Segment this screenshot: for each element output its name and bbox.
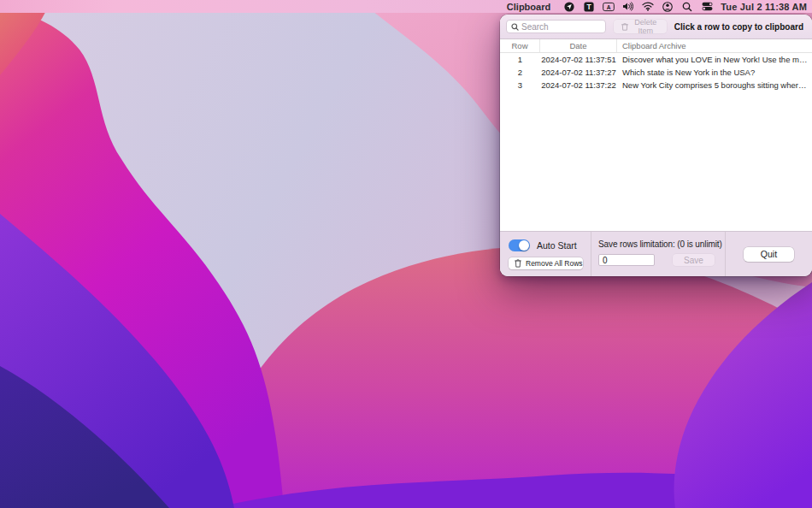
- column-header-row[interactable]: Row: [500, 39, 540, 52]
- row-archive-text: Discover what you LOVE in New York! Use …: [617, 55, 812, 64]
- delete-item-button[interactable]: Delete Item: [614, 20, 666, 33]
- svg-text:A: A: [607, 3, 611, 9]
- remove-all-rows-label: Remove All Rows: [526, 259, 583, 268]
- remove-all-rows-button[interactable]: Remove All Rows: [509, 257, 583, 269]
- menubar-app-title[interactable]: Clipboard: [507, 2, 550, 12]
- row-date: 2024-07-02 11:37:27: [540, 68, 617, 77]
- spotlight-search-icon[interactable]: [681, 1, 693, 12]
- menubar-clock[interactable]: Tue Jul 2 11:38 AM: [721, 2, 807, 12]
- rows-limit-input[interactable]: [598, 254, 655, 266]
- user-icon[interactable]: [662, 1, 674, 12]
- clipboard-window: Delete Item Click a row to copy to clipb…: [500, 15, 812, 276]
- delete-item-label: Delete Item: [632, 18, 658, 35]
- column-header-archive[interactable]: Clipboard Archive: [617, 39, 812, 52]
- table-row[interactable]: 3 2024-07-02 11:37:22 New York City comp…: [500, 79, 812, 92]
- save-rows-limit-label: Save rows limitation: (0 is unlimit): [598, 239, 725, 249]
- svg-text:T: T: [587, 3, 592, 11]
- search-input[interactable]: [521, 22, 601, 32]
- table-row[interactable]: 1 2024-07-02 11:37:51 Discover what you …: [500, 53, 812, 66]
- search-field[interactable]: [506, 20, 606, 33]
- auto-start-label: Auto Start: [537, 240, 577, 251]
- table-row[interactable]: 2 2024-07-02 11:37:27 Which state is New…: [500, 66, 812, 79]
- table-header: Row Date Clipboard Archive: [500, 39, 812, 53]
- clipboard-table: 1 2024-07-02 11:37:51 Discover what you …: [500, 53, 812, 231]
- footer-section-quit: Quit: [726, 232, 812, 276]
- toggle-knob: [519, 240, 529, 251]
- row-number: 2: [500, 68, 540, 77]
- column-header-date[interactable]: Date: [540, 39, 617, 52]
- footer-section-general: Auto Start Remove All Rows: [500, 232, 591, 276]
- search-icon: [511, 23, 519, 31]
- auto-start-toggle[interactable]: [509, 239, 530, 251]
- row-number: 3: [500, 80, 540, 90]
- footer-section-limit: Save rows limitation: (0 is unlimit) Sav…: [591, 232, 726, 276]
- window-footer: Auto Start Remove All Rows Save rows lim…: [500, 231, 812, 276]
- row-archive-text: New York City comprises 5 boroughs sitti…: [617, 80, 812, 90]
- send-nav-icon[interactable]: [563, 1, 575, 12]
- copy-hint-text: Click a row to copy to clipboard: [674, 22, 803, 32]
- text-tool-icon[interactable]: T: [583, 1, 595, 12]
- trash-icon: [621, 23, 628, 31]
- control-center-icon[interactable]: [701, 1, 713, 12]
- save-button[interactable]: Save: [673, 254, 715, 266]
- menu-bar: Clipboard T A: [0, 0, 812, 13]
- volume-icon[interactable]: [622, 1, 634, 12]
- row-archive-text: Which state is New York in the USA?: [617, 68, 812, 77]
- window-toolbar: Delete Item Click a row to copy to clipb…: [500, 15, 812, 39]
- wifi-icon[interactable]: [642, 1, 654, 12]
- row-number: 1: [500, 55, 540, 64]
- input-source-icon[interactable]: A: [603, 1, 615, 12]
- quit-button[interactable]: Quit: [744, 247, 794, 262]
- trash-icon: [515, 259, 521, 268]
- row-date: 2024-07-02 11:37:51: [540, 55, 617, 64]
- row-date: 2024-07-02 11:37:22: [540, 80, 617, 90]
